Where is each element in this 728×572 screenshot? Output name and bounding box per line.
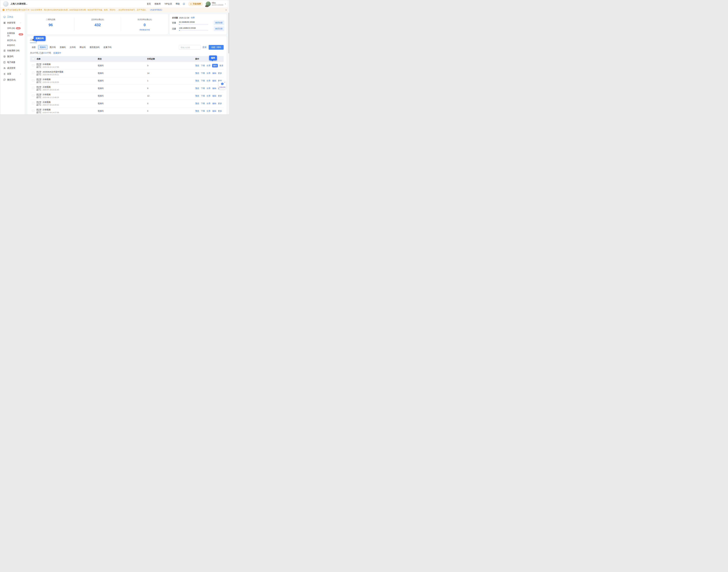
- action-share-link[interactable]: 分享: [207, 110, 211, 113]
- filter-tab-all[interactable]: 全部: [30, 45, 37, 50]
- sidebar-item-members[interactable]: 成员管理: [0, 65, 24, 71]
- table-row: 示例视频2025-08-13 09:29:59视频码1预览下载分享编辑更多: [30, 77, 224, 85]
- main-content: 二维码总数 96 总扫码次数(次) 432 当天扫码次数(次) 0 查看数据详情: [24, 12, 229, 115]
- create-qr-button[interactable]: 创建二维码: [209, 45, 224, 50]
- stat-total-codes: 二维码总数 96: [27, 17, 74, 31]
- qr-name: 示例视频: [43, 101, 59, 103]
- action-preview-link[interactable]: 预览: [195, 87, 199, 90]
- action-download-link[interactable]: 下载: [201, 95, 205, 97]
- sidebar-item-content-mgmt[interactable]: 内容管理: [0, 20, 24, 26]
- qr-scan-count: 0: [146, 107, 194, 115]
- action-download-link[interactable]: 下载: [201, 72, 205, 75]
- plan-edition-label: 企业版: [172, 16, 179, 19]
- row-checkbox[interactable]: [32, 87, 34, 89]
- sidebar-item-wechat-codes[interactable]: 微信活码: [0, 77, 24, 83]
- action-download-link[interactable]: 下载: [201, 79, 205, 82]
- company-logo: [3, 1, 9, 7]
- row-checkbox[interactable]: [32, 110, 34, 112]
- renew-link[interactable]: 续费: [191, 16, 195, 19]
- action-share-link[interactable]: 分享: [207, 87, 211, 90]
- banner-policy-link[interactable]: 《内容管理规范》: [149, 9, 163, 11]
- row-checkbox[interactable]: [32, 72, 34, 74]
- row-checkbox[interactable]: [32, 95, 34, 97]
- batch-actions-link[interactable]: 批量操作: [53, 52, 61, 54]
- scrollbar[interactable]: [228, 0, 229, 114]
- action-preview-link[interactable]: 预览: [195, 110, 199, 113]
- action-download-link[interactable]: 下载: [201, 64, 205, 67]
- column-header-actions: 操作: [194, 56, 224, 62]
- sidebar-item-workbench[interactable]: 工作台: [0, 14, 24, 20]
- row-checkbox[interactable]: [32, 64, 34, 66]
- action-more-link[interactable]: 更多: [218, 95, 222, 97]
- filter-tab-micropage[interactable]: 微页面活码: [88, 45, 101, 50]
- action-preview-link[interactable]: 预览: [195, 95, 199, 97]
- action-download-link[interactable]: 下载: [201, 87, 205, 90]
- sparkle-icon: ✦: [224, 81, 225, 83]
- action-edit-link[interactable]: 编辑: [212, 102, 216, 105]
- action-more-link[interactable]: 更多: [218, 110, 222, 113]
- avatar: VIP: [206, 1, 211, 6]
- action-share-link[interactable]: 分享: [207, 72, 211, 75]
- search-button[interactable]: 搜索: [203, 46, 207, 49]
- action-edit-link[interactable]: 编辑: [212, 95, 216, 97]
- sidebar-item-activation-codes[interactable]: 激活码: [0, 54, 24, 59]
- user-name: Niko: [212, 2, 223, 4]
- action-download-link[interactable]: 下载: [201, 110, 205, 113]
- filter-tab-video[interactable]: 视频码: [38, 45, 47, 50]
- action-edit-link[interactable]: 编辑: [212, 64, 218, 67]
- filter-tab-url[interactable]: 网址码: [78, 45, 87, 50]
- qr-created-time: 2025-08-13 09:29:59: [43, 81, 59, 83]
- action-preview-link[interactable]: 预览: [195, 72, 199, 75]
- action-preview-link[interactable]: 预览: [195, 64, 199, 67]
- search-input[interactable]: [179, 45, 201, 50]
- notification-bell-icon[interactable]: [183, 3, 185, 5]
- double-chevron-up-icon: [190, 3, 192, 5]
- action-more-link[interactable]: 更多: [218, 102, 222, 105]
- sidebar-item-label-styles[interactable]: 标签样式: [0, 43, 24, 48]
- upgrade-button[interactable]: 升级/续费: [188, 2, 203, 6]
- sidebar-item-settings[interactable]: 设置: [0, 71, 24, 77]
- sidebar-item-survey[interactable]: 问卷调研 (16): [0, 48, 24, 54]
- action-edit-link[interactable]: 编辑: [212, 87, 216, 90]
- download-circle-icon: [3, 55, 6, 58]
- sidebar-item-live-codes[interactable]: 活码 (98) new: [0, 26, 24, 31]
- action-download-link[interactable]: 下载: [201, 102, 205, 105]
- sidebar-item-static-codes[interactable]: 静态码 (8): [0, 38, 24, 43]
- action-share-link[interactable]: 分享: [207, 64, 211, 67]
- action-edit-link[interactable]: 编辑: [212, 79, 216, 82]
- buy-capacity-button[interactable]: 购买容量: [214, 20, 224, 25]
- action-preview-link[interactable]: 预览: [195, 102, 199, 105]
- user-menu[interactable]: VIP Niko 组织ID:1329284: [206, 1, 226, 6]
- filter-tab-file[interactable]: 文件码: [68, 45, 77, 50]
- action-share-link[interactable]: 分享: [207, 95, 211, 97]
- nav-link-help[interactable]: 帮助: [175, 3, 180, 5]
- buy-traffic-button[interactable]: 购买流量: [214, 26, 224, 31]
- action-preview-link[interactable]: 预览: [195, 79, 199, 82]
- action-more-link[interactable]: 更多: [219, 64, 223, 67]
- filter-tab-audio[interactable]: 音频码: [58, 45, 67, 50]
- filter-tab-batch-sub[interactable]: 批量子码: [102, 45, 113, 50]
- sidebar-item-label: 电子画册: [7, 61, 15, 64]
- sidebar-item-ebook[interactable]: 电子画册: [0, 59, 24, 65]
- nav-link-templates[interactable]: 模板库: [155, 3, 161, 5]
- table-row: 示例视频2025-07-29 13:31:40视频码9预览下载分享编辑更多: [30, 85, 224, 92]
- qr-scan-count: 1: [146, 77, 194, 85]
- sidebar-item-batch-templates[interactable]: 批量模版 (4) new: [0, 31, 24, 38]
- action-edit-link[interactable]: 编辑: [212, 72, 216, 75]
- plan-capacity-row: 容量 81.54MB/60.00GB 购买容量: [172, 20, 224, 25]
- action-share-link[interactable]: 分享: [207, 79, 211, 82]
- stat-label: 当天扫码次数(次): [121, 18, 168, 21]
- filter-tab-image[interactable]: 图片码: [48, 45, 57, 50]
- close-icon[interactable]: ×: [225, 9, 227, 11]
- select-all-checkbox[interactable]: [32, 58, 34, 60]
- nav-link-vip[interactable]: VIP会员: [164, 3, 172, 5]
- action-edit-link[interactable]: 编辑: [212, 110, 216, 113]
- nav-link-home[interactable]: 首页: [147, 3, 151, 5]
- view-data-details-link[interactable]: 查看数据详情: [139, 29, 150, 31]
- row-checkbox[interactable]: [32, 102, 34, 104]
- row-checkbox[interactable]: [32, 79, 34, 81]
- scrollbar-thumb[interactable]: [228, 13, 229, 54]
- action-more-link[interactable]: 更多: [218, 72, 222, 75]
- action-share-link[interactable]: 分享: [207, 102, 211, 105]
- online-chat-widget[interactable]: ✦ 在线咨询: [219, 81, 226, 89]
